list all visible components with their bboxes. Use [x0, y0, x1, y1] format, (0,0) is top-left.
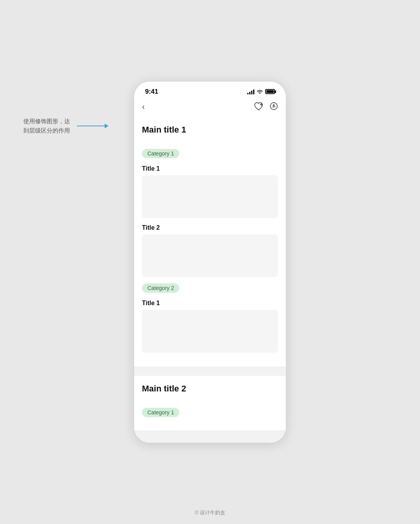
signal-bar-2	[249, 92, 250, 94]
signal-bar-4	[253, 89, 254, 94]
section-divider	[134, 371, 286, 376]
signal-icon	[247, 89, 254, 94]
battery-fill	[266, 90, 274, 93]
item-group-title1: Title 1	[142, 165, 278, 218]
section-2: Category 1	[134, 400, 286, 430]
phone-frame: 9:41	[134, 82, 286, 443]
annotation-text: 使用修饰图形，达到层级区分的作用	[23, 117, 74, 135]
battery-icon	[265, 89, 275, 94]
status-time: 9:41	[145, 88, 158, 96]
signal-bar-1	[247, 93, 248, 94]
status-icons	[247, 89, 275, 95]
content-area[interactable]: Main title 1 Category 1 Title 1 Title 2	[134, 117, 286, 443]
main-title-1: Main title 1	[134, 117, 286, 141]
page-wrapper: 使用修饰图形，达到层级区分的作用 9:41	[0, 0, 420, 524]
item-title-1-1: Title 1	[142, 165, 278, 172]
annotation: 使用修饰图形，达到层级区分的作用	[23, 117, 108, 135]
annotation-arrow	[77, 126, 108, 126]
share-icon[interactable]	[270, 102, 278, 112]
signal-bar-3	[251, 91, 252, 94]
category-group-1: Category 1 Title 1 Title 2	[142, 149, 278, 277]
main-title-2: Main title 2	[134, 376, 286, 400]
arrow-line	[77, 126, 108, 126]
category-badge-1: Category 1	[142, 149, 179, 158]
category-group-2: Category 2 Title 1	[142, 283, 278, 353]
back-button[interactable]: ‹	[142, 102, 145, 112]
item-group-title3: Title 1	[142, 300, 278, 353]
section-1: Category 1 Title 1 Title 2 Category 2 Ti…	[134, 141, 286, 367]
nav-bar: ‹	[134, 99, 286, 117]
status-bar: 9:41	[134, 82, 286, 99]
footer-text: © 设计牛奶盒	[195, 510, 225, 515]
nav-actions	[254, 102, 278, 112]
content-block-2-1	[142, 310, 278, 353]
item-title-1-2: Title 2	[142, 224, 278, 231]
item-title-2-1: Title 1	[142, 300, 278, 307]
favorite-icon[interactable]	[254, 102, 263, 112]
category-badge-2: Category 2	[142, 283, 179, 293]
content-block-1-1	[142, 175, 278, 218]
footer: © 设计牛奶盒	[0, 509, 420, 516]
wifi-icon	[257, 89, 263, 95]
category-badge-3: Category 1	[142, 408, 179, 417]
item-group-title2: Title 2	[142, 224, 278, 277]
content-block-1-2	[142, 234, 278, 277]
